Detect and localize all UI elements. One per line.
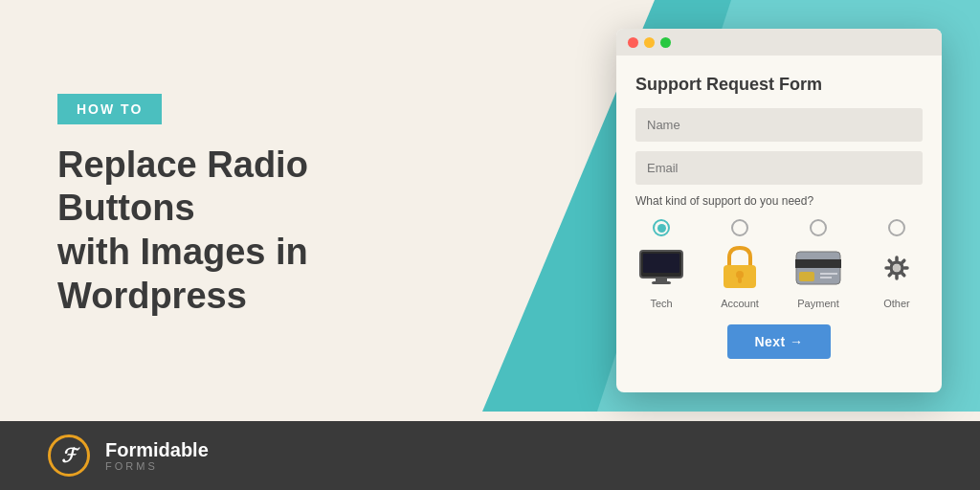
maximize-dot[interactable] [660, 37, 671, 48]
radio-options: Tech [635, 219, 923, 309]
name-input[interactable] [635, 108, 923, 142]
gear-icon [877, 248, 917, 288]
svg-rect-6 [738, 278, 742, 283]
svg-rect-8 [795, 259, 841, 268]
svg-line-20 [889, 274, 891, 276]
svg-line-19 [902, 260, 904, 262]
svg-rect-1 [643, 254, 679, 273]
payment-icon-box [792, 242, 844, 294]
bottom-bar: ℱ Formidable FORMS [0, 421, 980, 490]
radio-option-other[interactable]: Other [871, 219, 923, 309]
radio-account[interactable] [731, 219, 748, 236]
other-icon-box [871, 242, 923, 294]
email-input[interactable] [635, 151, 923, 185]
account-icon-box [714, 242, 766, 294]
monitor-icon [638, 249, 684, 287]
payment-label: Payment [797, 298, 838, 309]
svg-rect-3 [652, 281, 671, 284]
svg-line-17 [889, 260, 891, 262]
lock-icon [722, 246, 758, 290]
svg-point-21 [893, 264, 901, 272]
logo-text: Formidable FORMS [105, 439, 209, 472]
account-label: Account [721, 298, 759, 309]
content-area: HOW TO Replace Radio Buttons with Images… [0, 0, 980, 421]
radio-tech[interactable] [653, 219, 670, 236]
tech-icon-box [635, 242, 687, 294]
support-question: What kind of support do you need? [635, 194, 923, 208]
radio-other[interactable] [888, 219, 905, 236]
radio-option-payment[interactable]: Payment [792, 219, 844, 309]
form-area: Support Request Form What kind of suppor… [616, 56, 942, 378]
brand-sub: FORMS [105, 460, 209, 472]
radio-option-account[interactable]: Account [714, 219, 766, 309]
form-title: Support Request Form [635, 75, 923, 95]
brand-name: Formidable [105, 439, 209, 460]
minimize-dot[interactable] [644, 37, 655, 48]
browser-titlebar [616, 29, 942, 56]
main-title: Replace Radio Buttons with Images in Wor… [57, 144, 421, 318]
main-container: HOW TO Replace Radio Buttons with Images… [0, 0, 980, 490]
radio-payment[interactable] [810, 219, 827, 236]
svg-point-5 [736, 271, 744, 278]
browser-window: Support Request Form What kind of suppor… [616, 29, 942, 392]
svg-line-18 [902, 274, 904, 276]
radio-option-tech[interactable]: Tech [635, 219, 687, 309]
svg-rect-2 [656, 278, 667, 281]
close-dot[interactable] [628, 37, 638, 48]
svg-rect-9 [799, 272, 814, 281]
next-button[interactable]: Next → [727, 324, 830, 359]
other-label: Other [883, 298, 910, 309]
card-icon [795, 251, 841, 285]
left-panel: HOW TO Replace Radio Buttons with Images… [0, 0, 479, 421]
logo-icon: ℱ [48, 434, 90, 477]
tech-label: Tech [650, 298, 672, 309]
how-to-badge: HOW TO [57, 94, 162, 124]
